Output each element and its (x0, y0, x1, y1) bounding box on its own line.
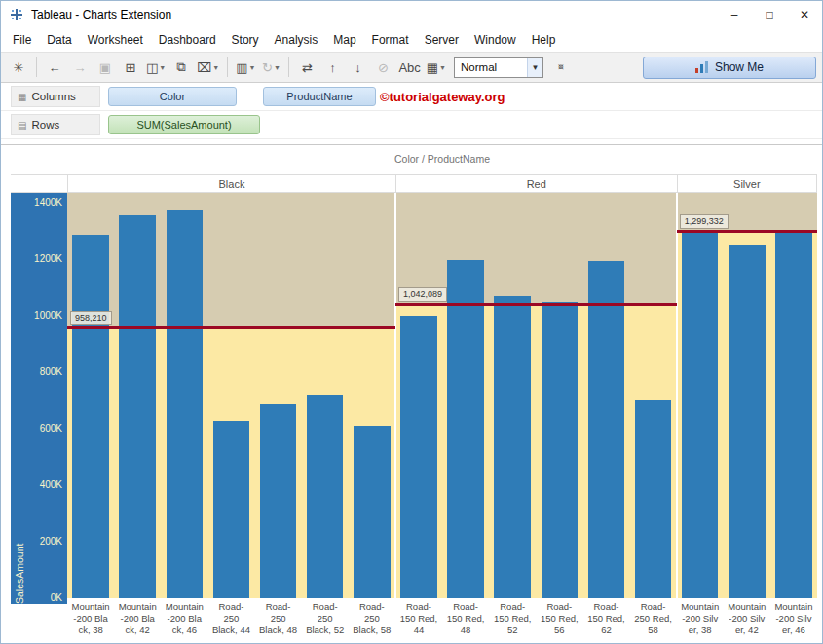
menu-item-file[interactable]: File (5, 30, 39, 50)
pin-icon: ⌖ (553, 59, 569, 75)
swap-rows-columns-button[interactable]: ⇄ (295, 56, 318, 79)
bar-mark[interactable] (260, 404, 297, 598)
menu-item-server[interactable]: Server (417, 30, 467, 50)
menu-item-map[interactable]: Map (325, 30, 363, 50)
close-icon: ✕ (800, 8, 809, 21)
x-axis-label[interactable]: Road-150 Red,56 (536, 601, 582, 636)
fit-dropdown[interactable]: Normal ▼ (454, 57, 543, 78)
rows-shelf-text: Rows (31, 119, 59, 131)
x-axis-label[interactable]: Road-150 Red,52 (489, 601, 536, 636)
tableau-logo-icon (9, 7, 24, 22)
y-axis: SalesAmount 0K200K400K600K800K1000K1200K… (11, 193, 67, 604)
columns-shelf-pills: ColorProductName (108, 87, 376, 106)
columns-shelf[interactable]: ▦ Columns ColorProductName ©tutorialgate… (1, 83, 822, 111)
title-bar: Tableau - Charts Extension – □ ✕ (1, 1, 822, 28)
paperclip-icon: ⊘ (378, 60, 389, 75)
x-axis-label[interactable]: Mountain-200 Black, 46 (161, 601, 207, 636)
window-controls: – □ ✕ (717, 1, 822, 28)
bar-mark[interactable] (72, 235, 109, 598)
sort-descending-button[interactable]: ↓ (346, 56, 369, 79)
menu-item-analysis[interactable]: Analysis (267, 30, 326, 50)
group-members-button[interactable]: ▥▼ (234, 56, 257, 79)
x-axis-label[interactable]: Road-250Black, 44 (207, 601, 254, 636)
toolbar-divider (288, 57, 289, 77)
minimize-button[interactable]: – (717, 1, 752, 28)
pill-sumsalesamount[interactable]: SUM(SalesAmount) (108, 115, 260, 134)
y-tick-label: 200K (40, 536, 62, 548)
x-axis-label[interactable]: Road-150 Red,44 (395, 601, 442, 636)
sort-ascending-icon: ↑ (329, 60, 336, 75)
menu-item-worksheet[interactable]: Worksheet (80, 30, 151, 50)
bar-mark[interactable] (119, 215, 156, 598)
bar-mark[interactable] (775, 232, 812, 598)
bar-mark[interactable] (729, 245, 766, 598)
x-axis-label[interactable]: Mountain-200 Silver, 42 (724, 601, 770, 636)
x-axis-label[interactable]: Mountain-200 Black, 38 (67, 601, 114, 636)
new-worksheet-icon: ◫ (146, 60, 158, 75)
show-me-label: Show Me (715, 60, 764, 74)
x-axis-label[interactable]: Mountain-200 Black, 42 (114, 601, 161, 636)
sort-ascending-button[interactable]: ↑ (320, 56, 344, 79)
columns-grid-icon: ▦ (18, 92, 26, 102)
pin-button[interactable]: ⌖ (549, 56, 573, 79)
maximize-icon: □ (766, 8, 772, 21)
x-axis-label[interactable]: Road-250Black, 52 (302, 601, 349, 636)
close-button[interactable]: ✕ (787, 1, 822, 28)
column-header-red[interactable]: Red (395, 174, 677, 193)
menu-item-dashboard[interactable]: Dashboard (151, 30, 224, 50)
x-axis-label[interactable]: Road-250Black, 48 (255, 601, 302, 636)
x-axis-label[interactable]: Road-250Black, 58 (349, 601, 395, 636)
bar-mark[interactable] (635, 400, 672, 598)
new-worksheet-button[interactable]: ◫▼ (144, 56, 168, 79)
new-data-source-button[interactable]: ⊞ (119, 56, 142, 79)
menu-item-help[interactable]: Help (524, 30, 564, 50)
x-axis-label[interactable]: Road-250 Red,58 (630, 601, 677, 636)
y-tick-label: 1200K (34, 253, 62, 265)
x-axis-label[interactable]: Mountain-200 Silver, 38 (677, 601, 724, 636)
save-button[interactable]: ▣ (94, 56, 117, 79)
bar-mark[interactable] (588, 261, 625, 598)
show-mark-labels-button[interactable]: Abc (396, 56, 422, 79)
menu-item-story[interactable]: Story (224, 30, 267, 50)
annotation-button[interactable]: ⊘ (371, 56, 394, 79)
x-axis-label[interactable]: Road-150 Red,48 (442, 601, 489, 636)
pill-productname[interactable]: ProductName (263, 87, 376, 106)
bar-mark[interactable] (542, 302, 579, 598)
maximize-button[interactable]: □ (752, 1, 787, 28)
bar-mark[interactable] (167, 210, 204, 598)
menu-item-format[interactable]: Format (364, 30, 417, 50)
bar-mark[interactable] (682, 230, 719, 598)
fit-dropdown-value: Normal (461, 61, 497, 73)
y-tick-label: 0K (51, 592, 62, 604)
menu-item-window[interactable]: Window (467, 30, 524, 50)
refresh-button[interactable]: ↻▼ (259, 56, 282, 79)
column-header-black[interactable]: Black (67, 174, 395, 193)
bar-mark[interactable] (354, 426, 391, 598)
rows-shelf[interactable]: ▤ Rows SUM(SalesAmount) (1, 111, 822, 139)
start-page-button[interactable]: ✳ (7, 56, 30, 79)
column-header-silver[interactable]: Silver (677, 174, 817, 193)
y-tick-label: 400K (40, 479, 62, 491)
clear-sheet-button[interactable]: ⌧▼ (195, 56, 221, 79)
redo-button[interactable]: → (68, 56, 92, 79)
undo-button[interactable]: ← (43, 56, 66, 79)
bar-mark[interactable] (447, 260, 484, 598)
toolbar-divider (36, 57, 37, 77)
bar-mark[interactable] (494, 296, 531, 598)
x-axis-label[interactable]: Road-150 Red,62 (582, 601, 629, 636)
show-me-button[interactable]: Show Me (643, 57, 816, 79)
bar-mark[interactable] (213, 421, 250, 598)
bar-mark[interactable] (400, 316, 437, 598)
reference-line (677, 230, 817, 233)
x-axis-label[interactable]: Mountain-200 Silver, 46 (770, 601, 817, 636)
pill-color[interactable]: Color (108, 87, 237, 106)
rows-shelf-pills: SUM(SalesAmount) (108, 115, 260, 134)
dropdown-caret-icon: ▼ (212, 64, 219, 71)
menu-item-data[interactable]: Data (39, 30, 79, 50)
bar-mark[interactable] (307, 395, 344, 598)
mark-labels-button[interactable]: ▦▼ (425, 56, 448, 79)
window-title: Tableau - Charts Extension (31, 8, 171, 21)
duplicate-sheet-button[interactable]: ⧉ (169, 56, 193, 79)
plot-area: 958,2101,042,0891,299,332 (67, 193, 817, 598)
toolbar-divider (227, 57, 228, 77)
